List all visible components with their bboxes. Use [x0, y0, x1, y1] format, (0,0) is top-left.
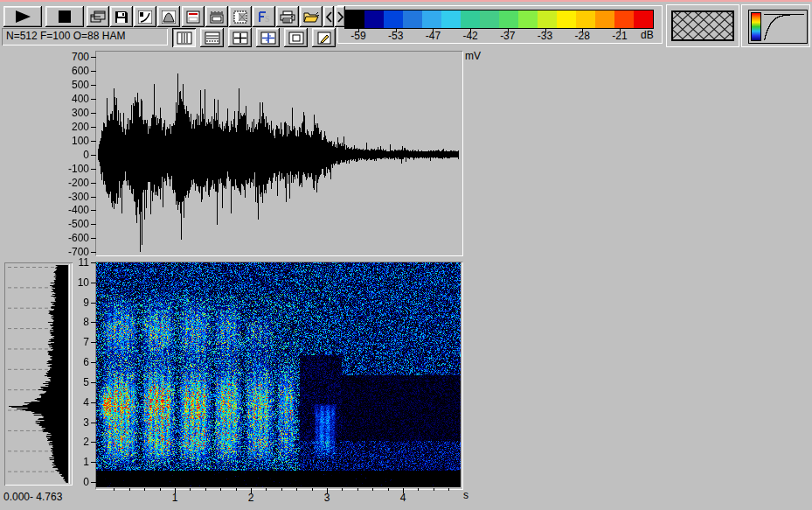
layout-rows-icon	[205, 31, 220, 45]
waveform-y-tick-label: 300	[54, 108, 89, 119]
axis-tick	[205, 488, 206, 491]
colorbar-tick-label: -53	[383, 31, 409, 42]
top-edge	[0, 0, 812, 2]
time-range-label: 0.000- 4.763	[3, 492, 62, 503]
layout-columns-button[interactable]	[172, 28, 196, 47]
axis-tick	[91, 71, 96, 72]
stop-icon	[54, 10, 75, 24]
colorbar-segment	[461, 10, 480, 28]
colorbar-segment	[422, 10, 441, 28]
texture-pattern-panel	[666, 4, 739, 47]
layout-columns-icon	[177, 31, 192, 45]
colorbar-segment	[614, 10, 634, 28]
spectrogram-x-tick-label: 2	[242, 493, 260, 504]
fill-pattern-button[interactable]	[229, 6, 252, 27]
next-view-button[interactable]	[335, 6, 345, 27]
colorbar-tick-label: -42	[457, 31, 483, 42]
waveform-y-tick-label: 400	[54, 94, 89, 105]
spectrogram-y-tick-label: 6	[63, 357, 89, 368]
cascade-windows-button[interactable]	[87, 6, 109, 27]
edit-button[interactable]	[312, 28, 336, 47]
axis-tick	[91, 362, 96, 363]
spectrogram-y-tick-label: 4	[63, 397, 89, 409]
axis-tick	[266, 488, 267, 491]
axis-tick	[160, 488, 161, 491]
save-button[interactable]	[110, 6, 133, 27]
spectrogram-x-tick-label: 1	[166, 493, 184, 504]
sampling-settings-button[interactable]: S	[253, 6, 275, 27]
play-button[interactable]	[3, 6, 42, 27]
colorbar-segment	[364, 10, 384, 28]
spectrogram-y-tick-label: 7	[63, 337, 89, 348]
colorbar-gradient	[344, 10, 654, 29]
colorbar-segment	[384, 10, 403, 28]
colorbar-tick-label: -28	[569, 31, 595, 42]
waveform-unit-label: mV	[465, 51, 481, 62]
axis-tick	[91, 482, 96, 483]
axis-tick	[91, 99, 96, 100]
spectrogram-window-button[interactable]	[182, 6, 205, 27]
prev-view-button[interactable]	[323, 6, 334, 27]
chevron-right-icon	[337, 11, 344, 23]
waveform-canvas[interactable]	[96, 52, 461, 254]
axis-tick	[91, 402, 96, 403]
colorbar-segment	[538, 10, 557, 28]
waveform-y-tick-label: 0	[54, 150, 89, 161]
colorbar-tick-label: -33	[532, 31, 559, 42]
axis-tick	[312, 488, 313, 491]
axis-tick	[91, 322, 96, 323]
pencil-icon	[317, 31, 331, 45]
axis-tick	[91, 210, 96, 211]
layout-single-icon	[288, 31, 304, 45]
waveform-y-tick-label: 500	[54, 80, 89, 91]
layout-rows-button[interactable]	[200, 28, 224, 47]
transfer-curve-button[interactable]	[134, 6, 156, 27]
layout-cross-button[interactable]	[256, 28, 280, 47]
axis-tick	[91, 183, 96, 184]
layout-single-button[interactable]	[284, 28, 308, 47]
colorbar-segment	[595, 10, 614, 28]
cascade-windows-icon	[90, 10, 106, 24]
colorbar-segment	[345, 10, 364, 28]
titled-window-icon	[186, 10, 200, 24]
waveform-y-tick-label: 200	[54, 122, 89, 133]
axis-tick	[91, 197, 96, 198]
open-file-button[interactable]	[300, 6, 323, 27]
printer-icon	[280, 10, 295, 24]
spectrogram-y-tick-label: 11	[63, 257, 89, 269]
colorbar-segment	[480, 10, 499, 28]
spectrogram-y-tick-label: 5	[63, 377, 89, 388]
axis-tick	[91, 57, 96, 58]
axis-tick	[220, 488, 221, 491]
colorbar-segment	[403, 10, 422, 28]
waveform-y-tick-label: -500	[54, 219, 89, 230]
spectrogram-y-tick-label: 8	[63, 317, 89, 328]
colorbar-segment	[518, 10, 538, 28]
spectrogram-x-tick-label: 3	[318, 493, 336, 504]
print-button[interactable]	[276, 6, 299, 27]
stop-button[interactable]	[45, 6, 84, 27]
axis-tick	[91, 141, 96, 142]
chevron-left-icon	[325, 11, 333, 23]
spectrogram-y-tick-label: 2	[63, 437, 89, 448]
axis-tick	[91, 155, 96, 156]
layout-cross-icon	[260, 31, 276, 45]
colorbar-tick-label: -59	[345, 31, 371, 42]
fft-settings-button[interactable]	[205, 6, 228, 27]
curve-icon	[138, 10, 152, 24]
axis-tick	[357, 488, 358, 491]
axis-tick	[91, 113, 96, 114]
window-function-button[interactable]	[157, 6, 180, 27]
colorbar-segment	[441, 10, 461, 28]
crosshatch-icon	[667, 5, 739, 46]
axis-tick	[91, 238, 96, 239]
colorbar-tick-label: -47	[420, 31, 446, 42]
axis-tick	[91, 423, 96, 423]
fs-icon: S	[257, 10, 271, 24]
axis-tick	[91, 127, 96, 128]
waveform-y-tick-label: 700	[54, 52, 89, 63]
axis-tick	[91, 262, 96, 263]
axis-tick	[418, 488, 419, 491]
layout-quad-button[interactable]	[228, 28, 252, 47]
spectrogram-canvas[interactable]	[96, 262, 461, 487]
